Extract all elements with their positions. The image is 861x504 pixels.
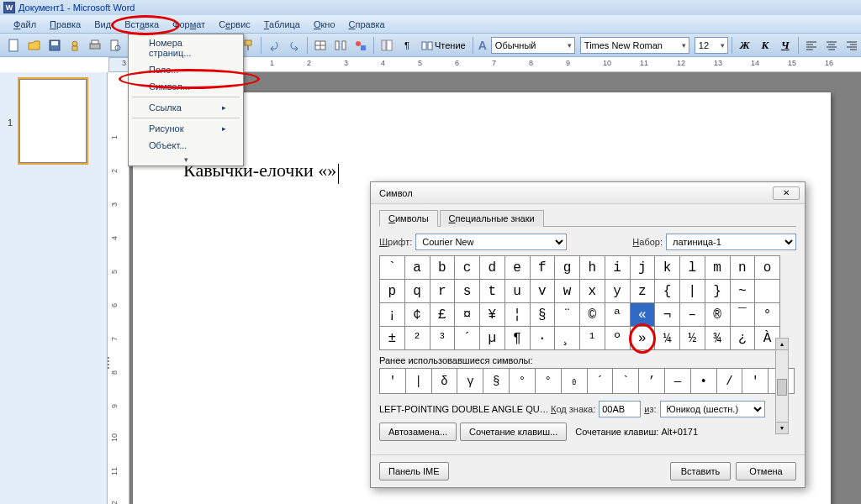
redo-button[interactable] xyxy=(285,36,304,55)
menu-edit[interactable]: Правка xyxy=(43,18,87,31)
new-doc-button[interactable] xyxy=(5,36,24,55)
symbol-cell[interactable]: a xyxy=(405,256,430,280)
symbol-cell[interactable]: g xyxy=(555,256,580,280)
symbol-cell[interactable]: – xyxy=(680,303,705,327)
symbol-cell[interactable]: § xyxy=(531,303,556,327)
recent-symbol-cell[interactable]: ´ xyxy=(588,369,614,394)
close-button[interactable]: ✕ xyxy=(773,186,800,200)
symbol-cell[interactable]: m xyxy=(705,256,731,280)
symbol-grid-scrollbar[interactable]: ▴ ▾ xyxy=(775,338,789,434)
symbol-cell[interactable]: ¿ xyxy=(731,327,756,350)
symbol-cell[interactable]: ± xyxy=(380,327,405,350)
recent-symbol-cell[interactable]: ° xyxy=(536,369,562,394)
recent-symbol-cell[interactable]: — xyxy=(665,369,691,394)
recent-symbol-cell[interactable]: ° xyxy=(510,369,536,394)
symbol-cell[interactable]: k xyxy=(655,256,680,280)
thumbnail-page-1[interactable]: 1 xyxy=(19,79,87,163)
char-code-input[interactable] xyxy=(599,401,641,417)
symbol-cell[interactable]: n xyxy=(731,256,756,280)
symbol-cell[interactable]: l xyxy=(680,256,705,280)
scroll-up-icon[interactable]: ▴ xyxy=(776,339,788,350)
menu-insert[interactable]: Вставка xyxy=(118,18,166,31)
recent-symbol-cell[interactable]: ` xyxy=(613,369,639,394)
drawing-button[interactable] xyxy=(351,36,370,55)
recent-symbol-cell[interactable]: | xyxy=(406,369,432,394)
scroll-thumb[interactable] xyxy=(777,379,787,396)
scroll-down-icon[interactable]: ▾ xyxy=(776,422,788,433)
bold-button[interactable]: Ж xyxy=(736,36,754,55)
align-left-button[interactable] xyxy=(802,36,821,55)
ruler-vertical[interactable]: 123456789101112 xyxy=(108,72,129,504)
symbol-cell[interactable]: ® xyxy=(705,303,731,327)
recent-symbol-cell[interactable]: γ xyxy=(457,369,483,394)
recent-symbol-cell[interactable]: • xyxy=(691,369,717,394)
shortcut-button[interactable]: Сочетание клавиш... xyxy=(460,423,567,441)
symbol-cell[interactable]: w xyxy=(555,280,580,303)
menu-service[interactable]: Сервис xyxy=(212,18,257,31)
insert-button[interactable]: Вставить xyxy=(670,462,731,480)
doc-map-button[interactable] xyxy=(378,36,396,55)
menu-item-field[interactable]: Поле... xyxy=(129,61,243,78)
ime-panel-button[interactable]: Панель IME xyxy=(379,462,449,480)
symbol-cell[interactable]: } xyxy=(705,280,731,303)
symbol-cell[interactable]: b xyxy=(430,256,456,280)
menu-item-picture[interactable]: Рисунок▸ xyxy=(129,120,243,137)
style-select[interactable]: Обычный xyxy=(491,37,575,54)
symbol-cell[interactable]: º xyxy=(605,327,631,350)
symbol-cell[interactable]: ¶ xyxy=(505,327,531,350)
symbol-cell[interactable] xyxy=(755,280,780,303)
encoding-select[interactable]: Юникод (шестн.) xyxy=(660,401,765,417)
symbol-cell[interactable]: ¡ xyxy=(380,303,405,327)
preview-button[interactable] xyxy=(106,36,124,55)
subset-select[interactable]: латиница-1 xyxy=(666,234,796,250)
symbol-cell[interactable]: c xyxy=(455,256,480,280)
recent-symbol-cell[interactable]: § xyxy=(483,369,510,394)
show-marks-button[interactable]: ¶ xyxy=(398,36,416,55)
symbol-cell[interactable]: h xyxy=(580,256,605,280)
symbol-cell[interactable]: ~ xyxy=(731,280,756,303)
symbol-cell[interactable]: £ xyxy=(430,303,456,327)
tab-special-chars[interactable]: Специальные знаки xyxy=(440,210,544,227)
menu-item-symbol[interactable]: Символ... xyxy=(129,78,243,95)
symbol-cell[interactable]: q xyxy=(405,280,430,303)
dialog-titlebar[interactable]: Символ ✕ xyxy=(371,182,805,204)
cancel-button[interactable]: Отмена xyxy=(736,462,796,480)
symbol-cell[interactable]: e xyxy=(505,256,531,280)
menu-file[interactable]: Файл xyxy=(7,18,43,31)
symbol-cell[interactable]: ³ xyxy=(430,327,456,350)
symbol-cell[interactable]: ¼ xyxy=(655,327,680,350)
symbol-cell[interactable]: z xyxy=(631,280,656,303)
symbol-cell[interactable]: d xyxy=(480,256,505,280)
symbol-cell[interactable]: ° xyxy=(755,303,780,327)
symbol-cell[interactable]: ¯ xyxy=(731,303,756,327)
menu-table[interactable]: Таблица xyxy=(257,18,307,31)
table-button[interactable] xyxy=(311,36,330,55)
symbol-cell[interactable]: ¨ xyxy=(555,303,580,327)
recent-symbol-cell[interactable]: / xyxy=(717,369,743,394)
symbol-cell[interactable]: f xyxy=(531,256,556,280)
font-select-dialog[interactable]: Courier New xyxy=(415,234,567,250)
symbol-cell[interactable]: s xyxy=(455,280,480,303)
menu-item-link[interactable]: Ссылка▸ xyxy=(129,99,243,116)
symbol-cell[interactable]: p xyxy=(380,280,405,303)
symbol-cell[interactable]: t xyxy=(480,280,505,303)
menu-view[interactable]: Вид xyxy=(87,18,118,31)
symbol-cell[interactable]: y xyxy=(605,280,631,303)
menu-format[interactable]: Формат xyxy=(166,18,212,31)
symbol-cell[interactable]: { xyxy=(655,280,680,303)
symbol-cell[interactable]: v xyxy=(531,280,556,303)
symbol-cell[interactable]: ² xyxy=(405,327,430,350)
menu-item-page-numbers[interactable]: Номера страниц... xyxy=(129,34,243,61)
symbol-cell[interactable]: ¹ xyxy=(580,327,605,350)
symbol-cell[interactable]: r xyxy=(430,280,456,303)
columns-button[interactable] xyxy=(331,36,350,55)
symbol-cell[interactable]: ¸ xyxy=(555,327,580,350)
undo-button[interactable] xyxy=(265,36,283,55)
splitter-handle[interactable] xyxy=(106,354,111,372)
symbol-cell[interactable]: ª xyxy=(605,303,631,327)
menu-item-object[interactable]: Объект... xyxy=(129,137,243,154)
symbol-cell[interactable]: · xyxy=(531,327,556,350)
recent-symbol-cell[interactable]: ₀ xyxy=(562,369,588,394)
recent-symbol-cell[interactable]: ’ xyxy=(639,369,665,394)
autocorrect-button[interactable]: Автозамена... xyxy=(379,423,457,441)
